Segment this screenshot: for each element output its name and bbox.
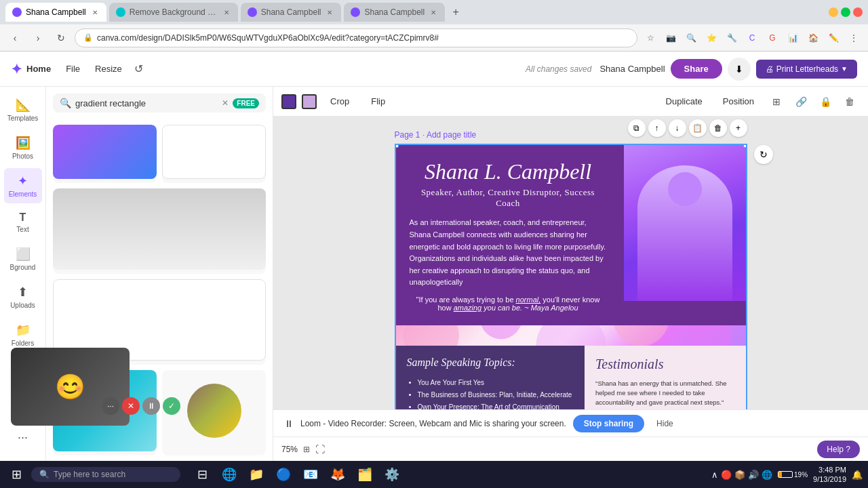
browser-tab-3[interactable]: Shana Campbell ✕ [241,3,342,22]
vc-options-button[interactable]: ··· [102,397,119,415]
color-swatch-1[interactable] [281,94,296,109]
page-down-button[interactable]: ↓ [669,119,686,137]
menu-button[interactable]: ⋮ [845,29,863,47]
lock-button[interactable]: 🔒 [815,92,835,112]
tab1-close[interactable]: ✕ [90,7,100,17]
page-duplicate-button[interactable]: ⧉ [628,119,646,137]
print-button[interactable]: 🖨 Print Letterheads ▼ [756,60,857,79]
zoom-grid-button[interactable]: ⊞ [303,445,310,454]
app-logo[interactable]: ✦ Home [11,61,51,77]
loom-taskbar-icon[interactable]: 🔴 [721,470,732,480]
resize-menu-item[interactable]: Resize [88,60,129,78]
tab2-close[interactable]: ✕ [222,7,231,17]
print-dropdown-icon[interactable]: ▼ [841,65,848,73]
element-white-rect[interactable] [162,125,266,183]
taskbar-app-task-view[interactable]: ⊟ [190,462,214,487]
delete-button[interactable]: 🗑 [840,92,860,112]
vc-confirm-button[interactable]: ✓ [163,397,180,415]
canvas-scroll[interactable]: Page 1 · Add page title ⧉ ↑ ↓ 📋 [273,117,868,409]
start-button[interactable]: ⊞ [5,464,27,485]
taskbar-app-explorer[interactable]: 📁 [244,462,269,487]
extensions-3[interactable]: G [764,29,781,47]
home-nav-item[interactable]: Home [26,64,51,74]
extensions-2[interactable]: C [743,29,761,47]
share-button[interactable]: Share [671,59,722,79]
sidebar-item-templates[interactable]: 📐 Templates [4,92,42,127]
link-button[interactable]: 🔗 [791,92,811,112]
browser-tab-4[interactable]: Shana Campbell ✕ [344,3,445,22]
back-button[interactable]: ‹ [5,28,24,47]
download-button[interactable]: ⬇ [728,58,751,81]
camera-button[interactable]: 📷 [662,29,679,47]
minimize-button[interactable] [829,7,838,17]
notification-center-icon[interactable]: 🔔 [852,470,863,480]
forward-button[interactable]: › [28,28,47,47]
page-delete-button[interactable]: 🗑 [709,119,727,137]
crop-button[interactable]: Crop [322,93,357,110]
selection-handle-tl[interactable] [395,144,399,148]
refresh-button[interactable]: ↻ [52,28,71,47]
tab4-close[interactable]: ✕ [429,7,438,17]
sidebar-item-photos[interactable]: 🖼️ Photos [4,130,42,165]
taskbar-app-chrome[interactable]: 🔵 [271,462,296,487]
vc-pause-button[interactable]: ⏸ [142,397,160,415]
canvas-page[interactable]: Shana L. Campbell Speaker, Author, Creat… [395,144,747,409]
refresh-canvas-button[interactable]: ↻ [754,145,773,164]
duplicate-button[interactable]: Duplicate [658,93,711,110]
chrome-icon: 🔵 [276,467,291,482]
stop-sharing-button[interactable]: Stop sharing [573,415,644,432]
fullscreen-button[interactable]: ⛶ [315,444,325,455]
flip-button[interactable]: Flip [363,93,393,110]
tab2-label: Remove Background from Imag... [130,7,218,17]
speaker-icon[interactable]: 🔊 [748,470,759,480]
vc-close-button[interactable]: ✕ [122,397,140,415]
browser-tab-2[interactable]: Remove Background from Imag... ✕ [109,3,238,22]
network-icon[interactable]: 🌐 [762,470,772,480]
page-up-button[interactable]: ↑ [648,119,666,137]
list-item: Own Your Presence: The Art of Communicat… [418,401,574,409]
bookmark-button[interactable]: ☆ [642,29,659,47]
page-add-button[interactable]: + [730,119,747,137]
selection-handle-tr[interactable] [743,144,747,148]
extensions-4[interactable]: 📊 [784,29,802,47]
undo-button[interactable]: ↺ [130,60,148,78]
maximize-button[interactable] [841,7,850,17]
browser-tab-1[interactable]: Shana Campbell ✕ [5,3,106,22]
taskbar-app-edge[interactable]: 🌐 [217,462,241,487]
close-button[interactable] [853,7,863,17]
element-gradient-purple[interactable] [53,125,157,183]
taskbar-app-firefox[interactable]: 🦊 [326,462,350,487]
taskbar-app-settings[interactable]: ⚙️ [380,462,404,487]
taskbar-time[interactable]: 3:48 PM 9/13/2019 [813,465,846,485]
taskbar-app-files[interactable]: 🗂️ [353,462,377,487]
sidebar-item-text[interactable]: T Text [4,206,42,239]
color-swatch-2[interactable] [302,94,317,109]
page-copy-button[interactable]: 📋 [689,119,707,137]
search-input[interactable] [75,98,218,108]
hide-button[interactable]: Hide [651,416,679,431]
element-gray-gradient[interactable] [53,188,266,274]
sidebar-item-more[interactable]: ··· [4,425,42,450]
zoom-search-button[interactable]: 🔍 [682,29,700,47]
search-clear-button[interactable]: ✕ [222,98,229,108]
grid-view-button[interactable]: ⊞ [766,92,787,112]
taskbar-app-outlook[interactable]: 📧 [298,462,323,487]
sidebar-item-elements[interactable]: ✦ Elements [4,168,42,203]
secondary-toolbar: Crop Flip Duplicate Position ⊞ 🔗 🔒 🗑 [273,87,868,117]
sidebar-item-uploads[interactable]: ⬆ Uploads [4,279,42,314]
tab3-close[interactable]: ✕ [325,7,334,17]
position-button[interactable]: Position [715,93,762,110]
help-button[interactable]: Help ? [817,441,860,458]
chevron-up-icon[interactable]: ∧ [711,470,718,480]
taskbar-search[interactable]: 🔍 Type here to search [31,467,180,482]
address-bar[interactable]: 🔒 canva.com/design/DADISlk5mP0/W6SquWTVg… [75,28,637,47]
design-main-title: Shana L. Campbell [410,159,607,184]
file-menu-item[interactable]: File [59,60,87,78]
new-tab-button[interactable]: + [448,4,464,20]
extensions-5[interactable]: 🏠 [804,29,822,47]
extensions-6[interactable]: ✏️ [825,29,842,47]
dropbox-icon[interactable]: 📦 [734,470,745,480]
sidebar-item-background[interactable]: ⬜ Bground [4,241,42,277]
extensions-1[interactable]: 🔧 [723,29,741,47]
favorites-button[interactable]: ⭐ [703,29,720,47]
